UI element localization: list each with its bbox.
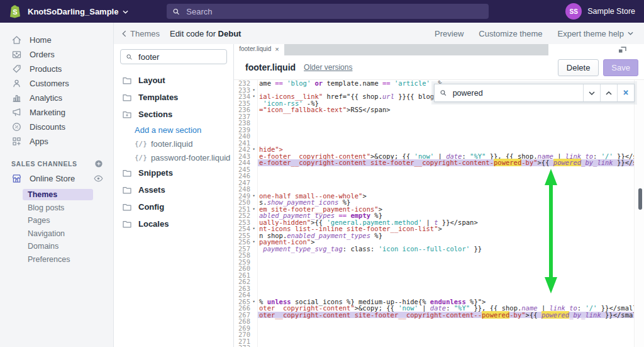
folder-assets[interactable]: Assets (114, 181, 233, 198)
file-password-footer-liquid[interactable]: {/}password-footer.liquid (114, 151, 233, 164)
preview-link[interactable]: Preview (435, 29, 464, 38)
fold-arrow-icon[interactable]: ▾ (250, 206, 258, 213)
save-button[interactable]: Save (603, 59, 638, 76)
sidebar-item-online-store[interactable]: Online Store (0, 171, 113, 186)
code-line-257[interactable]: 257 payment_type_svg_tag: class: 'icon i… (234, 246, 644, 253)
sidebar-item-orders[interactable]: Orders (0, 47, 113, 62)
back-to-themes-link[interactable]: Themes (122, 29, 160, 38)
sidebar-item-marketing[interactable]: Marketing (0, 105, 113, 120)
code-line-271[interactable]: 271 (234, 338, 644, 345)
customize-theme-link[interactable]: Customize theme (479, 29, 542, 38)
code-line-259[interactable]: 259 (234, 259, 644, 266)
folder-sections[interactable]: Sections (114, 106, 233, 123)
fold-arrow-icon[interactable]: ▾ (250, 193, 258, 200)
code-line-263[interactable]: 263 (234, 285, 644, 292)
code-line-262[interactable]: 262 (234, 278, 644, 285)
close-tab-icon[interactable]: × (275, 45, 279, 53)
products-icon (11, 64, 22, 74)
code-line-241[interactable]: 241 (234, 140, 644, 147)
folder-snippets[interactable]: Snippets (114, 164, 233, 181)
code-line-237[interactable]: 237 (234, 113, 644, 120)
sidebar-item-analytics[interactable]: Analytics (0, 91, 113, 105)
folder-label: Assets (138, 185, 165, 195)
file-header: footer.liquid Older versions Delete Save (234, 55, 644, 80)
code-line-268[interactable]: 268 (234, 318, 644, 325)
line-number: 260 (234, 265, 250, 272)
code-line-245[interactable]: 245 (234, 166, 644, 173)
code-line-260[interactable]: 260 (234, 265, 644, 272)
sidebar-item-preferences[interactable]: Preferences (23, 253, 107, 266)
code-line-258[interactable]: 258 (234, 252, 644, 259)
marketing-icon (11, 107, 22, 118)
add-sales-channel-button[interactable] (94, 159, 103, 168)
find-next-button[interactable] (583, 84, 600, 101)
folder-templates[interactable]: Templates (114, 89, 233, 106)
sidebar-item-blog-posts[interactable]: Blog posts (23, 202, 107, 215)
sidebar-item-discounts[interactable]: Discounts (0, 120, 113, 134)
code-file-icon: {/} (135, 140, 147, 148)
fold-gutter (250, 173, 258, 179)
file-footer-liquid[interactable]: {/}footer.liquid (114, 137, 233, 151)
sidebar-item-domains[interactable]: Domains (23, 240, 107, 253)
sidebar-item-navigation[interactable]: Navigation (23, 227, 107, 241)
code-line-269[interactable]: 269 (234, 325, 644, 332)
line-number: 234 (234, 93, 250, 100)
sidebar-item-themes[interactable]: Themes (23, 189, 93, 200)
global-search-input[interactable] (185, 6, 483, 17)
code-line-261[interactable]: 261 (234, 272, 644, 279)
fold-arrow-icon[interactable]: ▾ (250, 93, 258, 100)
sidebar-item-customers[interactable]: Customers (0, 76, 113, 91)
code-line-272[interactable]: 272 (234, 344, 644, 347)
view-store-button[interactable] (94, 175, 103, 182)
add-new-section-link[interactable]: Add a new section (114, 123, 233, 137)
fold-gutter (250, 285, 258, 292)
page-header: Themes Edit code for Debut PreviewCustom… (114, 23, 644, 44)
code-line-239[interactable]: 239 (234, 127, 644, 134)
fold-arrow-icon[interactable]: ▾ (250, 239, 258, 246)
expand-editor-button[interactable] (618, 47, 626, 54)
code-line-270[interactable]: 270 (234, 331, 644, 338)
file-search-input[interactable] (137, 52, 221, 62)
fold-gutter (250, 344, 258, 347)
storefront-icon (11, 173, 22, 184)
folder-config[interactable]: Config (114, 198, 233, 215)
older-versions-link[interactable]: Older versions (304, 63, 352, 72)
global-search[interactable] (167, 4, 489, 19)
scrollbar-track[interactable] (634, 80, 644, 347)
sidebar-item-apps[interactable]: Apps (0, 134, 113, 149)
code-line-244[interactable]: 244e-footer__copyright-content site-foot… (234, 159, 644, 166)
line-number: 268 (234, 318, 250, 325)
code-area[interactable]: 232ame == 'blog' or template.name == 'ar… (234, 80, 644, 347)
code-line-247[interactable]: 247 (234, 179, 644, 186)
find-input[interactable] (452, 88, 578, 98)
fold-arrow-icon[interactable]: ▾ (250, 225, 258, 232)
delete-button[interactable]: Delete (558, 59, 599, 76)
expert-theme-help-link[interactable]: Expert theme help (557, 29, 633, 38)
find-input-wrap[interactable] (435, 84, 583, 101)
code-text: e-footer__copyright-content site-footer_… (258, 159, 644, 166)
folder-locales[interactable]: Locales (114, 215, 233, 232)
sidebar-item-home[interactable]: Home (0, 33, 113, 47)
fold-arrow-icon[interactable]: ▾ (250, 87, 258, 94)
sidebar-item-products[interactable]: Products (0, 62, 113, 76)
sidebar-item-pages[interactable]: Pages (23, 214, 107, 227)
file-search[interactable] (120, 49, 227, 64)
account-menu[interactable]: SS Sample Store (565, 3, 635, 20)
tab-bar-spacer (548, 44, 644, 55)
close-find-button[interactable]: × (617, 84, 634, 101)
folder-icon (122, 202, 132, 212)
code-line-240[interactable]: 240 (234, 133, 644, 140)
store-switcher[interactable]: KnotSoDarling_Sample (28, 7, 128, 16)
fold-arrow-icon[interactable]: ▾ (250, 146, 258, 153)
store-name-label: KnotSoDarling_Sample (28, 7, 118, 16)
tab-footer-liquid[interactable]: footer.liquid × (234, 44, 284, 55)
code-line-267[interactable]: 267oter__copyright-content site-footer__… (234, 312, 644, 319)
find-prev-button[interactable] (600, 84, 617, 101)
folder-layout[interactable]: Layout (114, 72, 233, 89)
code-line-238[interactable]: 238 (234, 120, 644, 127)
fold-gutter (250, 272, 258, 279)
scrollbar-thumb[interactable] (638, 188, 642, 210)
fold-arrow-icon[interactable]: ▾ (250, 299, 258, 305)
code-line-236[interactable]: 236="icon__fallback-text">RSS</span> (234, 106, 644, 113)
code-line-246[interactable]: 246 (234, 173, 644, 179)
